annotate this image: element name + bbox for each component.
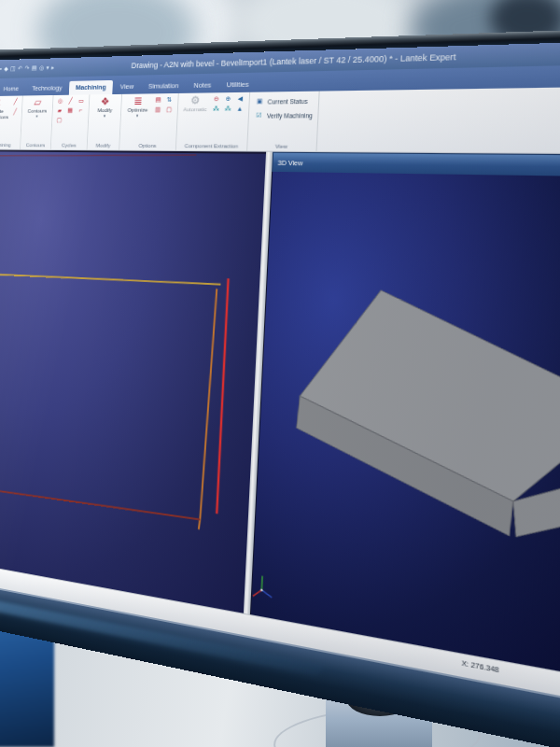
new-icon[interactable]: ▪ bbox=[0, 65, 2, 72]
tab-technology[interactable]: Technology bbox=[25, 81, 68, 96]
contour-red-line bbox=[217, 278, 228, 514]
ribbon-group-cycles: ◎╱▭▰▦⌐▢ Cycles bbox=[51, 94, 91, 149]
tab-utilities[interactable]: Utilities bbox=[219, 78, 257, 93]
contour-orange-line bbox=[199, 289, 217, 530]
contours-button[interactable]: ▱ Contours ▾ bbox=[24, 97, 50, 119]
cycle-circle-icon[interactable]: ◎ bbox=[56, 97, 65, 106]
axis-triad-icon bbox=[253, 574, 273, 599]
ribbon-group-view: ▣ Current Status ☑ Verify Machining View bbox=[247, 92, 319, 151]
zoom-icon[interactable]: ◎ bbox=[39, 64, 45, 71]
option-report-icon[interactable]: ▢ bbox=[164, 106, 175, 115]
contour-yellow-line bbox=[0, 267, 220, 289]
delete-instructions-icon: ✕ bbox=[0, 98, 2, 109]
open-icon[interactable]: ◆ bbox=[4, 65, 8, 72]
group-label-view: View bbox=[250, 143, 313, 151]
verify-machining-button[interactable]: ☑ Verify Machining bbox=[254, 110, 313, 120]
remove-component-icon[interactable]: ⊖ bbox=[211, 94, 221, 104]
group-components-icon[interactable]: ⁂ bbox=[211, 105, 221, 114]
ribbon-group-modify: ❖ Modify ▾ Modify bbox=[87, 94, 122, 150]
group-label-modify: Modify bbox=[90, 142, 117, 150]
contour-darkred-line bbox=[0, 477, 200, 523]
dropdown-arrow-icon: ▾ bbox=[104, 114, 105, 119]
verify-machining-label: Verify Machining bbox=[267, 112, 313, 119]
ribbon-group-options: ≣ Optimize ▾ ▤⇅▥▢ Options bbox=[119, 93, 179, 150]
tab-simulation[interactable]: Simulation bbox=[141, 78, 186, 93]
group-label-options: Options bbox=[122, 142, 174, 150]
add-component-icon[interactable]: ⊕ bbox=[223, 94, 233, 104]
ribbon-group-machining: ✕ Delete Instructions ▾ ╱╱ Machining bbox=[0, 95, 23, 148]
group-label-component-extraction: Component Extraction bbox=[179, 142, 245, 150]
current-status-button[interactable]: ▣ Current Status bbox=[254, 96, 313, 106]
ribbon-empty-space bbox=[316, 87, 560, 153]
dropdown-arrow-icon: ▾ bbox=[35, 114, 37, 119]
lead-in-line-icon[interactable]: ╱ bbox=[11, 97, 21, 106]
tab-machining[interactable]: Machining bbox=[69, 80, 113, 95]
undo-icon[interactable]: ↶ bbox=[18, 65, 22, 72]
automatic-gear-icon: ⚙ bbox=[190, 95, 201, 107]
print-icon[interactable]: ▤ bbox=[32, 64, 37, 71]
save-icon[interactable]: ◫ bbox=[10, 65, 16, 72]
delete-instructions-label: Delete Instructions bbox=[0, 108, 9, 120]
dropdown-arrow-icon: ▾ bbox=[136, 114, 139, 119]
group-label-machining: Machining bbox=[0, 141, 18, 148]
panel-3d-view: 3D View bbox=[250, 152, 560, 676]
modify-button[interactable]: ❖ Modify ▾ bbox=[91, 96, 119, 119]
ungroup-components-icon[interactable]: ⁂ bbox=[223, 105, 233, 114]
ribbon-group-contours: ▱ Contours ▾ Contours bbox=[21, 95, 54, 149]
ribbon: ✕ Delete Instructions ▾ ╱╱ Machining ▱ C… bbox=[0, 87, 560, 155]
redo-icon[interactable]: ↷ bbox=[24, 65, 29, 72]
quick-access-toolbar: ▪◆◫↶↷▤◎▾▸ bbox=[0, 64, 54, 73]
option-sheet-icon[interactable]: ▥ bbox=[153, 106, 163, 115]
tab-notes[interactable]: Notes bbox=[187, 78, 219, 93]
qat-dropdown-icon[interactable]: ▾ bbox=[46, 64, 49, 71]
verify-machining-icon: ☑ bbox=[254, 111, 265, 120]
slab-canvas bbox=[251, 172, 560, 676]
contours-icon: ▱ bbox=[34, 97, 41, 108]
cycle-rect-icon[interactable]: ▭ bbox=[77, 96, 86, 105]
optimize-icon: ≣ bbox=[133, 95, 143, 107]
delete-instructions-button[interactable]: ✕ Delete Instructions ▾ bbox=[0, 98, 10, 125]
group-label-contours: Contours bbox=[22, 142, 48, 149]
viewport-2d-drawing[interactable] bbox=[0, 149, 266, 613]
automatic-button[interactable]: ⚙ Automatic bbox=[181, 94, 210, 113]
modify-icon: ❖ bbox=[101, 96, 110, 107]
cycle-polygon-icon[interactable]: ▰ bbox=[55, 106, 64, 115]
ribbon-group-component-extraction: ⚙ Automatic ⊖⊕◀⁂⁂▲ Component Extraction bbox=[176, 92, 250, 151]
cycle-bridge-icon[interactable]: ⌐ bbox=[76, 106, 85, 115]
optimize-button[interactable]: ≣ Optimize ▾ bbox=[123, 95, 151, 118]
current-status-icon: ▣ bbox=[254, 97, 265, 106]
tab-view[interactable]: View bbox=[113, 79, 141, 94]
option-cut-order-icon[interactable]: ▤ bbox=[153, 95, 163, 105]
current-status-label: Current Status bbox=[268, 97, 308, 105]
approve-icon[interactable]: ▲ bbox=[234, 105, 245, 114]
option-sort-icon[interactable]: ⇅ bbox=[164, 95, 175, 105]
panel-3d-title: 3D View bbox=[278, 159, 303, 165]
automatic-label: Automatic bbox=[183, 106, 207, 113]
group-label-cycles: Cycles bbox=[53, 142, 84, 150]
viewport-3d[interactable] bbox=[250, 172, 560, 676]
screen: ▪◆◫↶↷▤◎▾▸ Drawing - A2N with bevel - Bev… bbox=[0, 41, 560, 747]
extract-icon[interactable]: ◀ bbox=[235, 94, 245, 104]
tab-home[interactable]: Home bbox=[0, 82, 25, 96]
lead-out-line-icon[interactable]: ╱ bbox=[10, 107, 20, 116]
cycle-grid-icon[interactable]: ▦ bbox=[65, 106, 75, 115]
cycle-square-icon[interactable]: ▢ bbox=[55, 116, 64, 124]
monitor: ▪◆◫↶↷▤◎▾▸ Drawing - A2N with bevel - Bev… bbox=[0, 41, 560, 747]
drawing-canvas bbox=[0, 151, 266, 613]
cycle-line-icon[interactable]: ╱ bbox=[66, 96, 76, 105]
contour-top-red-line bbox=[0, 153, 196, 159]
cursor-x-coordinate: X: 276.348 bbox=[461, 659, 499, 673]
